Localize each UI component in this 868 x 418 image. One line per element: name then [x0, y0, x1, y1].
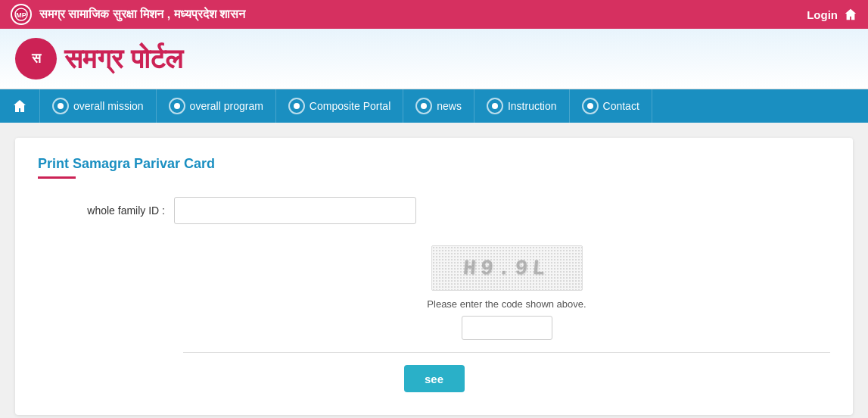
nav-dot-instruction: [487, 98, 503, 114]
nav-bar: overall mission overall program Composit…: [0, 89, 868, 123]
home-nav-icon: [12, 98, 27, 114]
nav-label-overall-program: overall program: [190, 100, 263, 112]
top-header: MP समग्र सामाजिक सुरक्षा मिशन , मध्यप्रद…: [0, 0, 868, 29]
nav-dot-contact: [582, 98, 599, 114]
nav-home[interactable]: [0, 89, 40, 123]
portal-name: समग्र पोर्टल: [64, 43, 183, 75]
family-id-label: whole family ID :: [38, 204, 174, 217]
nav-item-overall-mission[interactable]: overall mission: [40, 89, 157, 123]
nav-item-instruction[interactable]: Instruction: [474, 89, 570, 123]
login-area: Login: [807, 8, 857, 21]
card-title-underline: [38, 176, 76, 179]
nav-item-overall-program[interactable]: overall program: [157, 89, 276, 123]
nav-dot-overall-program: [169, 98, 185, 114]
nav-dot-composite-portal: [288, 98, 305, 114]
nav-dot-overall-mission: [52, 98, 69, 114]
nav-label-instruction: Instruction: [508, 100, 557, 112]
see-button[interactable]: see: [404, 365, 465, 392]
login-label[interactable]: Login: [807, 8, 838, 21]
portal-logo-circle: स: [15, 38, 57, 80]
captcha-input[interactable]: [462, 316, 552, 340]
captcha-image: H9.9L: [431, 245, 583, 291]
captcha-section: H9.9L Please enter the code shown above.: [183, 245, 830, 353]
logo-banner: स समग्र पोर्टल: [0, 29, 868, 89]
nav-label-news: news: [437, 100, 462, 112]
family-id-input[interactable]: [174, 197, 416, 224]
nav-item-composite-portal[interactable]: Composite Portal: [276, 89, 403, 123]
nav-label-overall-mission: overall mission: [73, 100, 144, 112]
top-header-left: MP समग्र सामाजिक सुरक्षा मिशन , मध्यप्रद…: [11, 4, 245, 25]
nav-dot-news: [415, 98, 432, 114]
card-title: Print Samagra Parivar Card: [38, 156, 830, 172]
main-content: Print Samagra Parivar Card whole family …: [0, 123, 868, 418]
org-logo: MP: [11, 4, 32, 25]
portal-logo-text: स: [32, 51, 41, 67]
captcha-text: H9.9L: [462, 257, 551, 280]
nav-label-composite-portal: Composite Portal: [310, 100, 390, 112]
org-title: समग्र सामाजिक सुरक्षा मिशन , मध्यप्रदेश …: [39, 8, 245, 21]
nav-item-news[interactable]: news: [403, 89, 474, 123]
print-card-form: Print Samagra Parivar Card whole family …: [15, 138, 853, 415]
family-id-row: whole family ID :: [38, 197, 830, 235]
captcha-instruction: Please enter the code shown above.: [427, 298, 586, 310]
nav-label-contact: Contact: [603, 100, 639, 112]
svg-text:MP: MP: [16, 11, 26, 19]
home-icon[interactable]: [844, 8, 857, 21]
nav-item-contact[interactable]: Contact: [570, 89, 652, 123]
